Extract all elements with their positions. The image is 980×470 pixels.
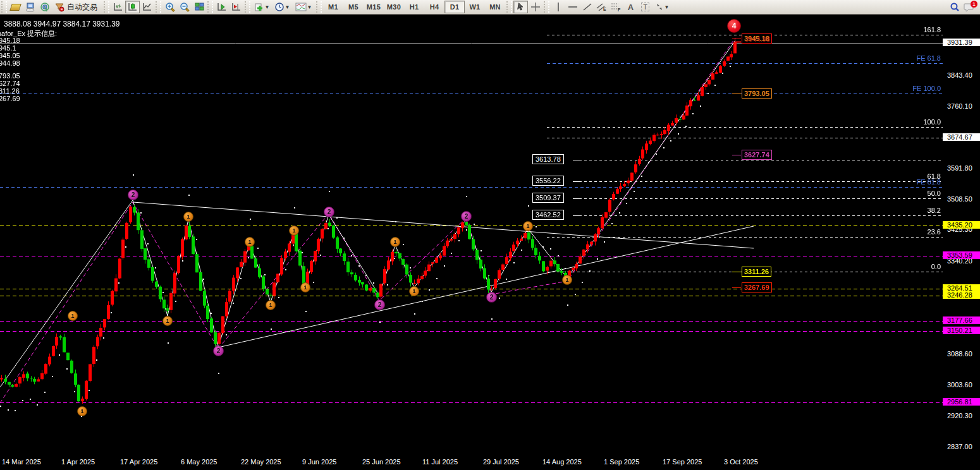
search-button[interactable]	[947, 1, 962, 13]
chat-button[interactable]: 1	[962, 1, 976, 13]
timeframe-button-m5[interactable]: M5	[343, 1, 364, 13]
svg-text:E: E	[603, 7, 606, 11]
cursor-icon	[516, 2, 526, 12]
timeframe-button-m1[interactable]: M1	[323, 1, 343, 13]
new-order-icon	[9, 4, 21, 11]
indicator-value: 311.26	[0, 87, 20, 95]
tag-dash	[732, 39, 741, 39]
chart-shift-icon	[231, 2, 242, 12]
ohlc-readout: 3888.08 3944.97 3884.17 3931.39	[4, 20, 120, 28]
toolbar-grip[interactable]	[544, 1, 549, 13]
wave-marker-1: 1	[68, 311, 78, 321]
arrows-button[interactable]: ▼	[652, 1, 671, 13]
toolbar-grip[interactable]	[104, 1, 109, 13]
equidistant-channel-button[interactable]: E	[594, 1, 609, 13]
zoom-in-button[interactable]	[162, 1, 177, 13]
chevron-down-icon: ▼	[307, 4, 312, 10]
autotrade-label: 自动交易	[64, 2, 100, 13]
cursor-button[interactable]	[513, 1, 528, 13]
svg-text:F: F	[618, 8, 621, 12]
signals-button[interactable]	[37, 1, 52, 13]
price-axis-tick: 3591.80	[947, 164, 972, 172]
timeframe-button-m15[interactable]: M15	[364, 1, 384, 13]
indicators-button[interactable]: ▼	[252, 1, 272, 13]
trendline-button[interactable]	[580, 1, 594, 13]
horizontal-line-icon	[568, 2, 578, 12]
time-axis[interactable]: 14 Mar 20251 Apr 202517 Apr 20256 May 20…	[0, 458, 980, 470]
bar-chart-button[interactable]	[111, 1, 125, 13]
fib-level-label: 38.2	[928, 207, 941, 214]
price-axis-box: 3177.66	[943, 316, 980, 324]
toolbar-grip[interactable]	[156, 1, 161, 13]
toolbar-grip[interactable]	[316, 1, 322, 13]
zoom-in-icon	[165, 2, 175, 12]
price-tag-box: 3945.183944.98	[742, 33, 772, 44]
price-level-box: 3613.78	[532, 154, 564, 164]
horizontal-line-button[interactable]	[565, 1, 580, 13]
signals-icon	[40, 2, 50, 12]
timeframe-button-mn[interactable]: MN	[485, 1, 505, 13]
tile-windows-button[interactable]	[192, 1, 206, 13]
candlestick-chart-icon	[128, 2, 138, 12]
toolbar-grip[interactable]	[207, 1, 213, 13]
timeframe-button-h1[interactable]: H1	[404, 1, 424, 13]
time-axis-label: 17 Apr 2025	[120, 458, 157, 466]
price-tag-box: 3267.69	[742, 282, 772, 292]
fibonacci-icon: F	[611, 2, 622, 12]
price-chart-canvas[interactable]	[0, 14, 980, 470]
toolbar: 自动交易 ▼	[0, 0, 980, 15]
periods-button[interactable]: ▼	[272, 1, 292, 13]
wave-marker-1: 1	[300, 282, 310, 292]
time-axis-label: 1 Apr 2025	[61, 458, 95, 466]
price-axis-box: 3353.59	[943, 251, 980, 259]
tile-windows-icon	[194, 2, 204, 12]
notification-badge: 1	[971, 1, 977, 8]
chart-area[interactable]: 3888.08 3944.97 3884.17 3931.39 nafor_Ex…	[0, 14, 980, 470]
price-axis-box: 2956.81	[943, 398, 980, 406]
autotrade-button[interactable]: 自动交易	[52, 1, 102, 13]
line-chart-button[interactable]	[140, 1, 154, 13]
indicator-value: 945.1	[0, 44, 16, 52]
vertical-line-button[interactable]	[551, 1, 565, 13]
price-level-box: 3556.22	[532, 176, 564, 186]
fib-level-label: FE 61.8	[916, 54, 941, 62]
price-level-box: 3509.37	[532, 193, 564, 203]
text-icon: A	[628, 3, 634, 12]
toolbar-grip[interactable]	[1, 1, 7, 13]
crosshair-button[interactable]	[528, 1, 542, 13]
new-order-button[interactable]	[8, 1, 23, 13]
timeframe-button-d1[interactable]: D1	[444, 1, 465, 13]
terminal-button[interactable]	[23, 1, 37, 13]
wave-marker-1: 1	[245, 237, 255, 247]
price-axis-box: 3435.20	[943, 221, 980, 229]
timeframe-button-m30[interactable]: M30	[384, 1, 404, 13]
price-axis-box: 3931.39	[943, 39, 980, 46]
fib-level-label: 23.6	[928, 228, 941, 236]
time-axis-label: 22 May 2025	[241, 458, 281, 466]
tag-dash	[732, 93, 741, 94]
tag-dash	[732, 155, 741, 155]
templates-icon	[295, 3, 307, 11]
toolbar-grip[interactable]	[245, 1, 250, 13]
text-label-icon: T	[641, 3, 649, 11]
arrows-icon	[655, 3, 664, 11]
wave-marker-2: 2	[374, 299, 385, 310]
text-button[interactable]: A	[623, 1, 638, 13]
price-axis-tick: 3508.50	[947, 195, 972, 203]
toolbar-grip[interactable]	[506, 1, 512, 13]
zoom-out-button[interactable]	[177, 1, 192, 13]
templates-button[interactable]: ▼	[292, 1, 315, 13]
chart-shift-button[interactable]	[229, 1, 243, 13]
indicator-value: 793.05	[0, 72, 20, 80]
timeframe-button-h4[interactable]: H4	[424, 1, 444, 13]
price-tag-box: 3627.74	[742, 150, 772, 160]
timeframe-button-w1[interactable]: W1	[465, 1, 485, 13]
candlestick-chart-button[interactable]	[125, 1, 140, 13]
fibonacci-button[interactable]: F	[609, 1, 623, 13]
auto-scroll-button[interactable]	[214, 1, 229, 13]
line-chart-icon	[142, 2, 152, 12]
price-tag-overlap: 3944.98	[745, 35, 770, 44]
price-axis[interactable]: 3843.403760.103591.803508.503425.303340.…	[943, 14, 980, 458]
text-label-button[interactable]: T	[638, 1, 652, 13]
price-axis-tick: 2920.30	[947, 412, 972, 419]
